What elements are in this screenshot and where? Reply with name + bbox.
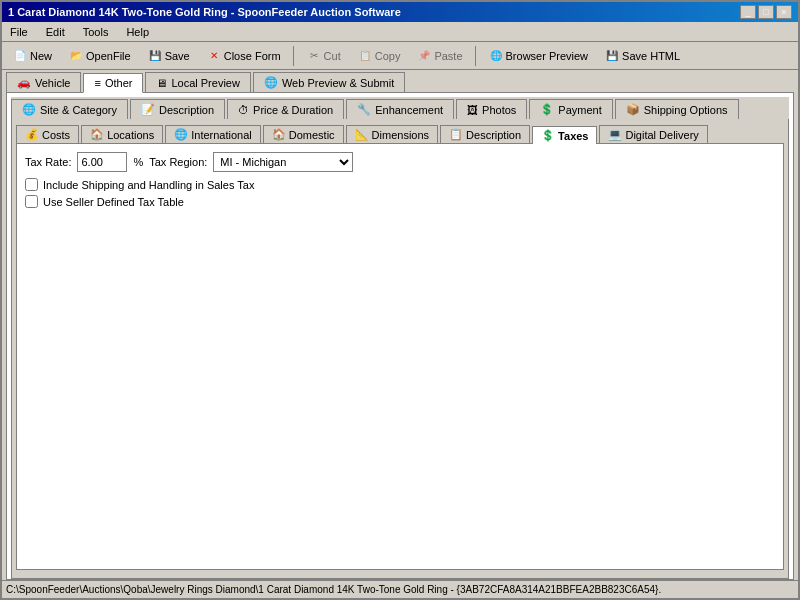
openfile-button[interactable]: 📂 OpenFile (62, 45, 137, 67)
tax-rate-label: Tax Rate: (25, 156, 71, 168)
taxes-content: Tax Rate: % Tax Region: MI - Michigan AL… (16, 143, 784, 570)
desc-icon: 📝 (141, 103, 155, 116)
sub-tab-row: 💰 Costs 🏠 Locations 🌐 International 🏠 Do… (16, 123, 784, 143)
second-tab-row: 🌐 Site & Category 📝 Description ⏱ Price … (11, 97, 789, 119)
new-button[interactable]: 📄 New (6, 45, 58, 67)
toolbar-sep2 (475, 46, 476, 66)
tax-rate-suffix: % (133, 156, 143, 168)
menu-edit[interactable]: Edit (42, 25, 69, 39)
subtab-digital-delivery[interactable]: 💻 Digital Delivery (599, 125, 707, 143)
close-button[interactable]: × (776, 5, 792, 19)
price-icon: ⏱ (238, 104, 249, 116)
tax-rate-row: Tax Rate: % Tax Region: MI - Michigan AL… (25, 152, 775, 172)
vehicle-icon: 🚗 (17, 76, 31, 89)
checkbox-seller-row: Use Seller Defined Tax Table (25, 195, 775, 208)
paste-icon: 📌 (416, 48, 432, 64)
subtab-domestic[interactable]: 🏠 Domestic (263, 125, 344, 143)
tax-region-select[interactable]: MI - Michigan AL - Alabama CA - Californ… (213, 152, 353, 172)
costs-icon: 💰 (25, 128, 39, 141)
savehtml-icon: 💾 (604, 48, 620, 64)
seller-tax-table-label: Use Seller Defined Tax Table (43, 196, 184, 208)
save-button[interactable]: 💾 Save (141, 45, 196, 67)
payment-icon: 💲 (540, 103, 554, 116)
local-preview-icon: 🖥 (156, 77, 167, 89)
tab-shipping-options[interactable]: 📦 Shipping Options (615, 99, 739, 119)
title-bar: 1 Carat Diamond 14K Two-Tone Gold Ring -… (2, 2, 798, 22)
site-icon: 🌐 (22, 103, 36, 116)
photos-icon: 🖼 (467, 104, 478, 116)
paste-button[interactable]: 📌 Paste (410, 45, 468, 67)
include-shipping-checkbox[interactable] (25, 178, 38, 191)
status-bar: C:\SpoonFeeder\Auctions\Qoba\Jewelry Rin… (2, 580, 798, 598)
menu-help[interactable]: Help (122, 25, 153, 39)
tab-other[interactable]: ≡ Other (83, 73, 143, 93)
seller-tax-table-checkbox[interactable] (25, 195, 38, 208)
status-text: C:\SpoonFeeder\Auctions\Qoba\Jewelry Rin… (6, 584, 661, 595)
menu-tools[interactable]: Tools (79, 25, 113, 39)
maximize-button[interactable]: □ (758, 5, 774, 19)
new-icon: 📄 (12, 48, 28, 64)
subtab-international[interactable]: 🌐 International (165, 125, 261, 143)
save-icon: 💾 (147, 48, 163, 64)
subtab-dimensions[interactable]: 📐 Dimensions (346, 125, 438, 143)
top-tab-row: 🚗 Vehicle ≡ Other 🖥 Local Preview 🌐 Web … (2, 70, 798, 92)
close-form-icon: ✕ (206, 48, 222, 64)
browser-icon: 🌐 (488, 48, 504, 64)
dimensions-icon: 📐 (355, 128, 369, 141)
toolbar: 📄 New 📂 OpenFile 💾 Save ✕ Close Form ✂ C… (2, 42, 798, 70)
closeform-button[interactable]: ✕ Close Form (200, 45, 287, 67)
tab-local-preview[interactable]: 🖥 Local Preview (145, 72, 250, 92)
checkbox-shipping-row: Include Shipping and Handling in Sales T… (25, 178, 775, 191)
main-content: 🌐 Site & Category 📝 Description ⏱ Price … (2, 92, 798, 580)
subtab-description[interactable]: 📋 Description (440, 125, 530, 143)
tab-web-preview[interactable]: 🌐 Web Preview & Submit (253, 72, 405, 92)
subtab-taxes[interactable]: 💲 Taxes (532, 126, 597, 144)
tab-photos[interactable]: 🖼 Photos (456, 99, 527, 119)
subtab-costs[interactable]: 💰 Costs (16, 125, 79, 143)
open-icon: 📂 (68, 48, 84, 64)
desc2-icon: 📋 (449, 128, 463, 141)
include-shipping-label: Include Shipping and Handling in Sales T… (43, 179, 254, 191)
domestic-icon: 🏠 (272, 128, 286, 141)
intl-icon: 🌐 (174, 128, 188, 141)
cut-button[interactable]: ✂ Cut (300, 45, 347, 67)
tab-enhancement[interactable]: 🔧 Enhancement (346, 99, 454, 119)
other-icon: ≡ (94, 77, 100, 89)
cut-icon: ✂ (306, 48, 322, 64)
save-html-button[interactable]: 💾 Save HTML (598, 45, 686, 67)
enhance-icon: 🔧 (357, 103, 371, 116)
title-bar-buttons: _ □ × (740, 5, 792, 19)
tab-description[interactable]: 📝 Description (130, 99, 225, 119)
menu-bar: File Edit Tools Help (2, 22, 798, 42)
copy-icon: 📋 (357, 48, 373, 64)
locations-icon: 🏠 (90, 128, 104, 141)
browser-preview-button[interactable]: 🌐 Browser Preview (482, 45, 595, 67)
web-preview-icon: 🌐 (264, 76, 278, 89)
tab-price-duration[interactable]: ⏱ Price & Duration (227, 99, 344, 119)
tax-region-label: Tax Region: (149, 156, 207, 168)
tab-site-category[interactable]: 🌐 Site & Category (11, 99, 128, 119)
subtab-locations[interactable]: 🏠 Locations (81, 125, 163, 143)
window-title: 1 Carat Diamond 14K Two-Tone Gold Ring -… (8, 6, 401, 18)
toolbar-sep1 (293, 46, 294, 66)
tab-vehicle[interactable]: 🚗 Vehicle (6, 72, 81, 92)
minimize-button[interactable]: _ (740, 5, 756, 19)
tab-payment[interactable]: 💲 Payment (529, 99, 612, 119)
menu-file[interactable]: File (6, 25, 32, 39)
shipping-icon: 📦 (626, 103, 640, 116)
taxes-icon: 💲 (541, 129, 555, 142)
digital-icon: 💻 (608, 128, 622, 141)
copy-button[interactable]: 📋 Copy (351, 45, 407, 67)
tax-rate-input[interactable] (77, 152, 127, 172)
main-window: 1 Carat Diamond 14K Two-Tone Gold Ring -… (0, 0, 800, 600)
